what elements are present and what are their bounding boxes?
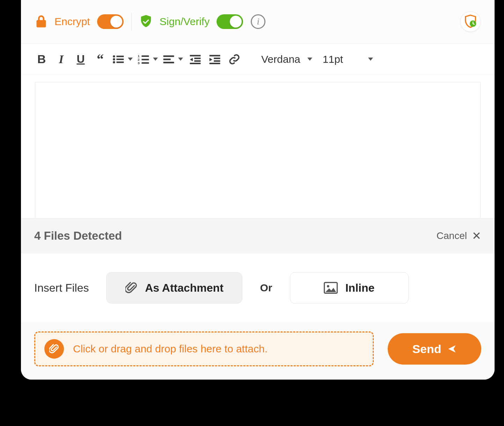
svg-rect-6	[116, 61, 124, 63]
inline-button[interactable]: Inline	[290, 272, 409, 304]
sign-toggle[interactable]	[217, 14, 243, 29]
files-panel-header: 4 Files Detected Cancel ✕	[21, 218, 495, 253]
underline-button[interactable]: U	[73, 51, 88, 68]
svg-rect-8	[141, 55, 149, 57]
sign-verify-label: Sign/Verify	[160, 16, 210, 28]
attachment-dropzone[interactable]: Click or drag and drop files here to att…	[34, 331, 374, 366]
encrypt-label: Encrypt	[54, 16, 90, 28]
align-button[interactable]	[163, 54, 183, 64]
indent-button[interactable]	[207, 51, 222, 68]
outdent-button[interactable]	[188, 51, 203, 68]
svg-rect-15	[163, 62, 174, 63]
as-attachment-label: As Attachment	[145, 282, 224, 294]
insert-files-label: Insert Files	[34, 282, 89, 294]
bold-button[interactable]: B	[34, 51, 49, 68]
svg-rect-21	[214, 58, 220, 59]
paperclip-icon	[125, 281, 137, 294]
svg-rect-18	[194, 60, 200, 61]
bullet-list-button[interactable]	[112, 54, 133, 64]
svg-rect-13	[163, 55, 174, 57]
divider	[131, 13, 132, 30]
svg-rect-20	[210, 55, 220, 56]
italic-button[interactable]: I	[54, 51, 68, 68]
as-attachment-button[interactable]: As Attachment	[106, 272, 242, 304]
cancel-button[interactable]: Cancel ✕	[437, 230, 481, 241]
lock-icon	[35, 15, 48, 29]
svg-point-25	[327, 285, 329, 287]
close-icon: ✕	[472, 230, 481, 241]
paperclip-circle-icon	[44, 339, 64, 359]
editor-toolbar: B I U “ 123 Verdana	[21, 44, 495, 75]
message-editor[interactable]	[35, 82, 481, 218]
font-family-value: Verdana	[261, 53, 300, 65]
inline-label: Inline	[345, 282, 375, 294]
shield-check-icon	[139, 14, 153, 29]
quote-button[interactable]: “	[93, 51, 108, 68]
files-detected-label: 4 Files Detected	[34, 229, 122, 242]
svg-rect-22	[214, 60, 220, 61]
font-size-select[interactable]: 11pt	[320, 53, 376, 65]
svg-text:3: 3	[138, 61, 140, 64]
encrypt-section: Encrypt	[35, 14, 124, 29]
send-label: Send	[412, 342, 441, 356]
font-size-value: 11pt	[323, 53, 343, 65]
compose-bottom-bar: Click or drag and drop files here to att…	[21, 322, 495, 380]
encrypt-toggle[interactable]	[97, 14, 124, 29]
svg-rect-2	[116, 55, 124, 57]
sign-section: Sign/Verify	[139, 14, 243, 29]
files-panel: 4 Files Detected Cancel ✕ Insert Files A…	[21, 218, 495, 322]
insert-files-row: Insert Files As Attachment Or Inline	[21, 253, 495, 322]
dropzone-text: Click or drag and drop files here to att…	[73, 343, 268, 355]
numbered-list-button[interactable]: 123	[138, 54, 158, 64]
svg-rect-12	[141, 62, 149, 63]
image-icon	[324, 282, 338, 294]
svg-rect-16	[190, 55, 201, 56]
svg-rect-17	[194, 58, 200, 59]
svg-rect-19	[190, 62, 201, 64]
shield-clock-icon[interactable]	[460, 12, 481, 32]
svg-rect-14	[163, 58, 171, 60]
svg-point-3	[113, 58, 115, 60]
link-button[interactable]	[227, 51, 242, 68]
send-arrow-icon	[447, 344, 457, 354]
security-toolbar: Encrypt Sign/Verify i	[21, 0, 495, 44]
font-family-select[interactable]: Verdana	[258, 53, 315, 65]
svg-point-1	[113, 55, 115, 57]
cancel-label: Cancel	[437, 230, 467, 241]
svg-rect-10	[141, 59, 149, 60]
or-label: Or	[260, 282, 272, 294]
svg-rect-4	[116, 58, 124, 60]
info-icon[interactable]: i	[251, 14, 265, 29]
svg-point-5	[113, 61, 115, 63]
svg-rect-23	[210, 62, 220, 64]
send-button[interactable]: Send	[388, 333, 481, 365]
